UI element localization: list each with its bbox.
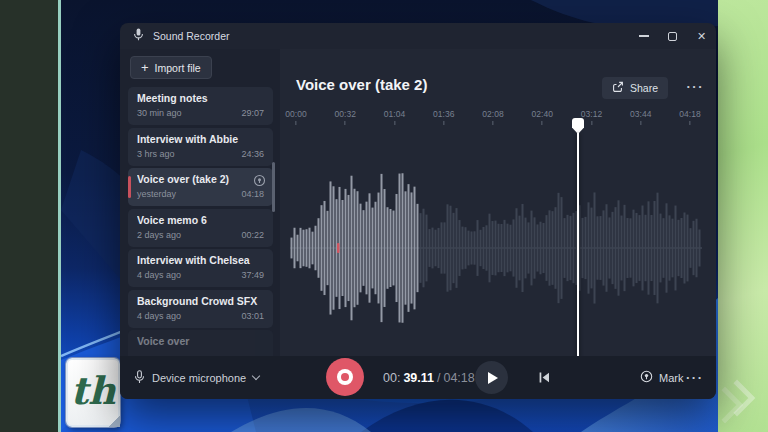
timeline-tick-label: 03:44 <box>630 109 651 119</box>
recording-item-duration: 00:22 <box>241 230 264 240</box>
input-device-label: Device microphone <box>152 372 246 384</box>
selection-accent-bar <box>128 176 131 198</box>
timeline-tick-label: 02:08 <box>482 109 503 119</box>
recording-item-age: 4 days ago <box>137 270 181 280</box>
more-options-button-footer[interactable]: ··· <box>686 356 704 399</box>
import-file-label: Import file <box>155 62 201 74</box>
recording-list-item[interactable]: Voice over (take 2)yesterday04:18 <box>128 168 273 206</box>
microphone-app-icon <box>133 27 144 45</box>
timeline-tick: 00:32 <box>335 109 356 125</box>
recordings-sidebar: + Import file Meeting notes30 min ago29:… <box>120 49 280 356</box>
recording-list-item[interactable]: Background Crowd SFX4 days ago03:01 <box>128 290 273 328</box>
recording-item-title: Voice memo 6 <box>137 214 264 226</box>
maximize-icon <box>668 32 677 41</box>
transport-bar: Device microphone 00:39.11 / 04:18 <box>120 356 716 399</box>
timeline-tick-label: 02:40 <box>532 109 553 119</box>
recording-item-age: yesterday <box>137 189 176 199</box>
titlebar: Sound Recorder ✕ <box>120 23 716 49</box>
timeline-tick: 03:44 <box>630 109 651 125</box>
timeline-tick: 04:18 <box>679 109 700 125</box>
recording-item-age: 4 days ago <box>137 311 181 321</box>
timeline-tick-label: 01:04 <box>384 109 405 119</box>
sidebar-scrollbar[interactable] <box>272 162 275 212</box>
record-button[interactable] <box>326 358 364 396</box>
mark-label: Mark <box>659 372 683 384</box>
timeline-tick-mark <box>296 121 297 125</box>
recording-item-age: 30 min ago <box>137 108 182 118</box>
timeline-tick-label: 01:36 <box>433 109 454 119</box>
th-logo-watermark: th <box>66 358 120 427</box>
time-separator: / <box>437 371 440 385</box>
th-logo-text: th <box>70 372 115 410</box>
time-total: 04:18 <box>443 371 474 385</box>
play-button[interactable] <box>475 361 508 394</box>
recording-title: Voice over (take 2) <box>296 76 427 93</box>
timeline-tick-mark <box>690 121 691 125</box>
share-button[interactable]: Share <box>602 77 668 99</box>
recording-list-item[interactable]: Voice over <box>128 330 273 356</box>
recording-item-title: Voice over <box>137 335 264 347</box>
recordings-list: Meeting notes30 min ago29:07Interview wi… <box>128 87 273 356</box>
has-markers-icon <box>253 173 266 191</box>
chevron-down-icon <box>252 372 260 380</box>
recording-list-item[interactable]: Interview with Abbie3 hrs ago24:36 <box>128 128 273 166</box>
microphone-icon <box>134 370 145 386</box>
playhead-line <box>577 133 579 375</box>
minimize-icon <box>639 35 649 37</box>
waveform[interactable] <box>290 137 702 373</box>
timeline-tick-label: 00:00 <box>285 109 306 119</box>
marker-flag-icon <box>640 370 653 385</box>
time-current: 39.11 <box>403 371 434 385</box>
timeline-tick-label: 04:18 <box>679 109 700 119</box>
timeline-tick-mark <box>443 121 444 125</box>
sound-recorder-window: Sound Recorder ✕ + Import file Meeting n… <box>120 23 716 399</box>
timeline-tick-mark <box>591 121 592 125</box>
recording-item-duration: 24:36 <box>241 149 264 159</box>
timeline-tick-label: 03:12 <box>581 109 602 119</box>
time-prefix: 00: <box>383 371 400 385</box>
recording-item-title: Interview with Chelsea <box>137 254 264 266</box>
input-device-selector[interactable]: Device microphone <box>134 356 259 399</box>
timeline-tick-mark <box>640 121 641 125</box>
recording-item-age: 3 hrs ago <box>137 149 175 159</box>
timeline-tick-mark <box>345 121 346 125</box>
more-options-button-header[interactable]: ··· <box>687 79 705 94</box>
recording-list-item[interactable]: Voice memo 62 days ago00:22 <box>128 209 273 247</box>
timeline-tick-mark <box>493 121 494 125</box>
close-button[interactable]: ✕ <box>687 23 716 49</box>
mark-button[interactable]: Mark <box>640 356 683 399</box>
app-title: Sound Recorder <box>153 30 229 42</box>
timeline-tick-mark <box>542 121 543 125</box>
record-icon <box>337 369 353 385</box>
recording-item-title: Meeting notes <box>137 92 264 104</box>
recording-item-duration: 37:49 <box>241 270 264 280</box>
play-icon <box>488 372 498 384</box>
timeline-tick-mark <box>394 121 395 125</box>
import-file-button[interactable]: + Import file <box>130 56 212 79</box>
recording-list-item[interactable]: Meeting notes30 min ago29:07 <box>128 87 273 125</box>
skip-to-start-button[interactable] <box>534 356 554 399</box>
window-controls: ✕ <box>629 23 716 49</box>
maximize-button[interactable] <box>658 23 687 49</box>
timeline-tick: 00:00 <box>285 109 306 125</box>
skip-to-start-icon <box>538 371 551 384</box>
recording-item-duration: 03:01 <box>241 311 264 321</box>
timeline-tick: 02:08 <box>482 109 503 125</box>
playhead-handle[interactable] <box>572 118 584 134</box>
share-label: Share <box>630 82 658 94</box>
recording-item-title: Background Crowd SFX <box>137 295 264 307</box>
timeline-tick: 02:40 <box>532 109 553 125</box>
timeline-tick: 03:12 <box>581 109 602 125</box>
recording-item-title: Interview with Abbie <box>137 133 264 145</box>
recording-detail-pane: Voice over (take 2) Share ··· 00:0000:32… <box>280 49 716 356</box>
timeline-tick: 01:36 <box>433 109 454 125</box>
timeline-ruler[interactable]: 00:0000:3201:0401:3602:0802:4003:1203:44… <box>280 109 716 129</box>
time-display: 00:39.11 / 04:18 <box>383 356 475 399</box>
minimize-button[interactable] <box>629 23 658 49</box>
recording-item-age: 2 days ago <box>137 230 181 240</box>
plus-icon: + <box>141 61 149 74</box>
right-green-panel <box>718 0 768 432</box>
recording-list-item[interactable]: Interview with Chelsea4 days ago37:49 <box>128 249 273 287</box>
logo-fold-corner <box>108 415 120 427</box>
recording-item-duration: 29:07 <box>241 108 264 118</box>
